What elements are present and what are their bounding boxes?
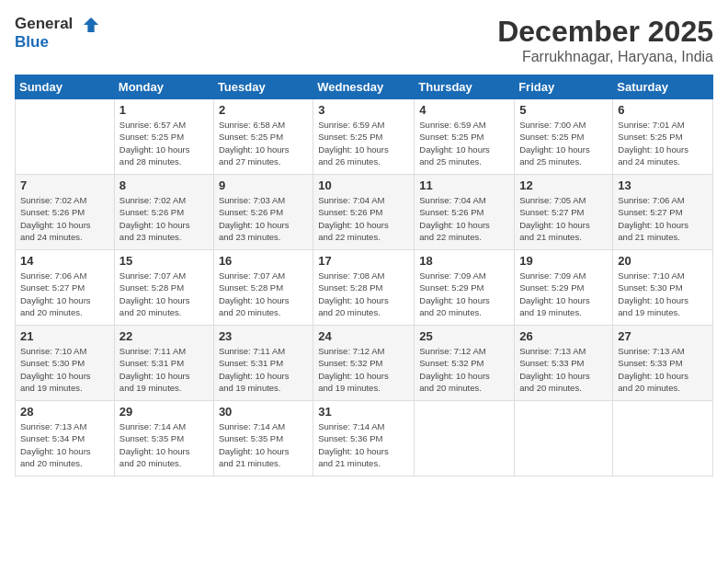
day-info: Sunrise: 7:02 AM Sunset: 5:26 PM Dayligh… [119,194,209,243]
day-info: Sunrise: 6:59 AM Sunset: 5:25 PM Dayligh… [419,119,509,167]
calendar-cell: 4Sunrise: 6:59 AM Sunset: 5:25 PM Daylig… [415,99,515,175]
day-number: 18 [419,254,509,268]
calendar-cell: 22Sunrise: 7:11 AM Sunset: 5:31 PM Dayli… [114,326,213,401]
calendar-week-row: 1Sunrise: 6:57 AM Sunset: 5:25 PM Daylig… [16,99,713,175]
day-info: Sunrise: 7:03 AM Sunset: 5:26 PM Dayligh… [219,194,308,243]
day-info: Sunrise: 7:00 AM Sunset: 5:25 PM Dayligh… [519,119,608,167]
day-number: 11 [419,178,509,192]
day-info: Sunrise: 6:58 AM Sunset: 5:25 PM Dayligh… [219,119,308,167]
weekday-header: Wednesday [313,75,415,99]
day-info: Sunrise: 7:11 AM Sunset: 5:31 PM Dayligh… [219,345,308,394]
calendar-table: SundayMondayTuesdayWednesdayThursdayFrid… [15,75,713,477]
day-number: 26 [519,329,608,343]
day-info: Sunrise: 7:07 AM Sunset: 5:28 PM Dayligh… [219,270,308,318]
calendar-cell: 18Sunrise: 7:09 AM Sunset: 5:29 PM Dayli… [415,250,515,326]
day-info: Sunrise: 7:12 AM Sunset: 5:32 PM Dayligh… [318,345,409,394]
day-info: Sunrise: 7:01 AM Sunset: 5:25 PM Dayligh… [618,119,708,167]
day-info: Sunrise: 7:10 AM Sunset: 5:30 PM Dayligh… [618,270,708,318]
day-number: 10 [318,178,409,192]
weekday-header: Sunday [16,75,115,99]
day-number: 6 [618,103,708,117]
calendar-cell: 20Sunrise: 7:10 AM Sunset: 5:30 PM Dayli… [613,250,713,326]
calendar-cell: 8Sunrise: 7:02 AM Sunset: 5:26 PM Daylig… [114,175,213,250]
day-info: Sunrise: 7:10 AM Sunset: 5:30 PM Dayligh… [20,345,109,394]
day-info: Sunrise: 7:07 AM Sunset: 5:28 PM Dayligh… [119,270,209,318]
calendar-cell: 2Sunrise: 6:58 AM Sunset: 5:25 PM Daylig… [213,99,313,175]
calendar-cell: 16Sunrise: 7:07 AM Sunset: 5:28 PM Dayli… [213,250,313,326]
day-info: Sunrise: 7:08 AM Sunset: 5:28 PM Dayligh… [318,270,409,318]
calendar-cell [415,401,515,477]
day-number: 12 [519,178,608,192]
calendar-cell: 26Sunrise: 7:13 AM Sunset: 5:33 PM Dayli… [515,326,613,401]
logo: General Blue [15,15,101,52]
day-info: Sunrise: 7:14 AM Sunset: 5:35 PM Dayligh… [219,420,308,469]
day-number: 19 [519,254,608,268]
calendar-cell: 3Sunrise: 6:59 AM Sunset: 5:25 PM Daylig… [313,99,415,175]
calendar-container: General Blue December 2025 Farrukhnagar,… [0,0,728,486]
day-info: Sunrise: 7:13 AM Sunset: 5:33 PM Dayligh… [519,345,608,394]
day-info: Sunrise: 7:09 AM Sunset: 5:29 PM Dayligh… [519,270,608,318]
calendar-cell: 31Sunrise: 7:14 AM Sunset: 5:36 PM Dayli… [313,401,415,477]
weekday-header: Tuesday [213,75,313,99]
day-number: 29 [119,405,209,419]
title-section: December 2025 Farrukhnagar, Haryana, Ind… [497,15,713,65]
calendar-cell: 12Sunrise: 7:05 AM Sunset: 5:27 PM Dayli… [515,175,613,250]
calendar-cell: 27Sunrise: 7:13 AM Sunset: 5:33 PM Dayli… [613,326,713,401]
day-info: Sunrise: 7:13 AM Sunset: 5:33 PM Dayligh… [618,345,708,394]
day-number: 4 [419,103,509,117]
header-row: General Blue December 2025 Farrukhnagar,… [15,15,713,65]
calendar-subtitle: Farrukhnagar, Haryana, India [497,49,713,65]
calendar-cell: 9Sunrise: 7:03 AM Sunset: 5:26 PM Daylig… [213,175,313,250]
day-number: 31 [318,405,409,419]
calendar-cell [16,99,115,175]
weekday-header: Thursday [415,75,515,99]
calendar-cell: 21Sunrise: 7:10 AM Sunset: 5:30 PM Dayli… [16,326,115,401]
day-number: 3 [318,103,409,117]
day-number: 14 [20,254,109,268]
day-info: Sunrise: 7:06 AM Sunset: 5:27 PM Dayligh… [618,194,708,243]
day-info: Sunrise: 6:59 AM Sunset: 5:25 PM Dayligh… [318,119,409,167]
calendar-week-row: 28Sunrise: 7:13 AM Sunset: 5:34 PM Dayli… [16,401,713,477]
day-info: Sunrise: 7:13 AM Sunset: 5:34 PM Dayligh… [20,420,109,469]
calendar-cell: 6Sunrise: 7:01 AM Sunset: 5:25 PM Daylig… [613,99,713,175]
weekday-header: Saturday [613,75,713,99]
calendar-cell: 7Sunrise: 7:02 AM Sunset: 5:26 PM Daylig… [16,175,115,250]
day-info: Sunrise: 7:05 AM Sunset: 5:27 PM Dayligh… [519,194,608,243]
calendar-cell [613,401,713,477]
calendar-cell: 23Sunrise: 7:11 AM Sunset: 5:31 PM Dayli… [213,326,313,401]
calendar-cell: 29Sunrise: 7:14 AM Sunset: 5:35 PM Dayli… [114,401,213,477]
calendar-cell [515,401,613,477]
day-info: Sunrise: 7:11 AM Sunset: 5:31 PM Dayligh… [119,345,209,394]
calendar-cell: 1Sunrise: 6:57 AM Sunset: 5:25 PM Daylig… [114,99,213,175]
day-number: 22 [119,329,209,343]
day-number: 25 [419,329,509,343]
day-info: Sunrise: 7:06 AM Sunset: 5:27 PM Dayligh… [20,270,109,318]
day-number: 2 [219,103,308,117]
day-number: 21 [20,329,109,343]
day-number: 20 [618,254,708,268]
day-number: 23 [219,329,308,343]
logo-text: General Blue [15,15,101,52]
day-number: 27 [618,329,708,343]
calendar-cell: 25Sunrise: 7:12 AM Sunset: 5:32 PM Dayli… [415,326,515,401]
calendar-cell: 15Sunrise: 7:07 AM Sunset: 5:28 PM Dayli… [114,250,213,326]
day-info: Sunrise: 7:09 AM Sunset: 5:29 PM Dayligh… [419,270,509,318]
day-number: 8 [119,178,209,192]
day-number: 24 [318,329,409,343]
day-info: Sunrise: 7:14 AM Sunset: 5:35 PM Dayligh… [119,420,209,469]
calendar-cell: 10Sunrise: 7:04 AM Sunset: 5:26 PM Dayli… [313,175,415,250]
weekday-header: Monday [114,75,213,99]
svg-marker-0 [84,17,98,32]
calendar-cell: 17Sunrise: 7:08 AM Sunset: 5:28 PM Dayli… [313,250,415,326]
calendar-cell: 19Sunrise: 7:09 AM Sunset: 5:29 PM Dayli… [515,250,613,326]
day-number: 1 [119,103,209,117]
calendar-cell: 5Sunrise: 7:00 AM Sunset: 5:25 PM Daylig… [515,99,613,175]
calendar-cell: 28Sunrise: 7:13 AM Sunset: 5:34 PM Dayli… [16,401,115,477]
day-number: 9 [219,178,308,192]
calendar-week-row: 14Sunrise: 7:06 AM Sunset: 5:27 PM Dayli… [16,250,713,326]
calendar-week-row: 7Sunrise: 7:02 AM Sunset: 5:26 PM Daylig… [16,175,713,250]
day-number: 7 [20,178,109,192]
calendar-week-row: 21Sunrise: 7:10 AM Sunset: 5:30 PM Dayli… [16,326,713,401]
day-number: 16 [219,254,308,268]
day-number: 5 [519,103,608,117]
